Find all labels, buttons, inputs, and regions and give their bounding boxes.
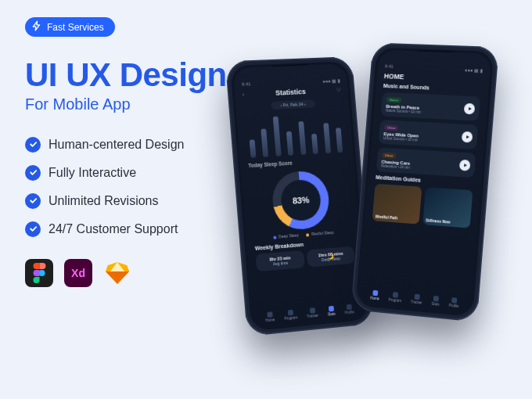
screen-title: HOME xyxy=(384,72,483,84)
heart-icon[interactable]: ♡ xyxy=(336,87,340,93)
play-icon[interactable] xyxy=(464,102,476,114)
bottom-nav: Home Program Tracker Stats Profile xyxy=(260,304,358,323)
summary-pill: 8hr 23 minAvg time xyxy=(255,250,304,271)
check-icon xyxy=(25,165,41,181)
screen-home: 9:41●●● ▦ ▮ HOME Music and Sounds Nature… xyxy=(358,50,491,315)
check-icon xyxy=(25,193,41,209)
phone-mockups: 9:41●●● ▦ ▮ ‹ Statistics ♡ ‹ Fri, Feb 24… xyxy=(235,44,509,372)
score-label: Today Sleep Score xyxy=(248,156,347,168)
nav-stats[interactable]: Stats xyxy=(431,296,440,307)
lightning-icon xyxy=(31,20,42,34)
feature-label: 24/7 Customer Support xyxy=(49,222,178,236)
nav-home[interactable]: Home xyxy=(370,290,379,301)
nav-stats[interactable]: Stats xyxy=(327,306,336,317)
meditation-tile[interactable]: Mindful Path xyxy=(372,184,422,225)
screen-statistics: 9:41●●● ▦ ▮ ‹ Statistics ♡ ‹ Fri, Feb 24… xyxy=(232,63,366,329)
fast-services-badge: Fast Services xyxy=(25,17,115,37)
status-bar: 9:41●●● ▦ ▮ xyxy=(385,64,483,74)
figma-icon xyxy=(25,259,53,287)
status-bar: 9:41●●● ▦ ▮ xyxy=(242,77,340,87)
check-icon xyxy=(25,137,41,153)
feature-label: Human-centered Design xyxy=(49,138,184,152)
nav-tracker[interactable]: Tracker xyxy=(411,293,423,304)
phone-home: 9:41●●● ▦ ▮ HOME Music and Sounds Nature… xyxy=(350,42,499,322)
meditation-tiles: Mindful Path Stillness Now xyxy=(372,184,473,228)
svg-point-0 xyxy=(39,270,45,276)
summary-pill: 1hrs 08 minsDeep sleep🌙 xyxy=(307,246,355,268)
play-icon[interactable] xyxy=(459,159,471,171)
nav-program[interactable]: Program xyxy=(388,292,402,303)
feature-label: Fully Interactive xyxy=(49,166,136,180)
badge-label: Fast Services xyxy=(47,22,104,33)
donut-chart: 83% xyxy=(271,170,331,232)
nav-profile[interactable]: Profile xyxy=(449,297,460,308)
phone-statistics: 9:41●●● ▦ ▮ ‹ Statistics ♡ ‹ Fri, Feb 24… xyxy=(225,56,374,336)
summary-pills: 8hr 23 minAvg time 1hrs 08 minsDeep slee… xyxy=(255,246,354,271)
promo-banner: Fast Services UI UX Design For Mobile Ap… xyxy=(0,0,532,399)
track-card[interactable]: NatureBreath in PeaceNature Sounds • 32 … xyxy=(381,92,480,121)
xd-icon: Xd xyxy=(64,259,92,287)
bar-chart xyxy=(244,110,346,158)
check-icon xyxy=(25,221,41,237)
nav-program[interactable]: Program xyxy=(284,309,298,321)
donut-value: 83% xyxy=(271,170,331,232)
play-icon[interactable] xyxy=(462,131,473,142)
back-icon[interactable]: ‹ xyxy=(243,92,245,97)
sketch-icon xyxy=(103,259,131,287)
section-music: Music and Sounds xyxy=(383,83,481,93)
feature-label: Unlimited Revisions xyxy=(49,194,159,208)
date-pill[interactable]: ‹ Fri, Feb 24 › xyxy=(271,99,315,110)
meditation-tile[interactable]: Stillness Now xyxy=(422,187,473,228)
nav-profile[interactable]: Profile xyxy=(344,304,354,315)
nav-home[interactable]: Home xyxy=(265,311,275,322)
track-card[interactable]: UrbanEyes Wide OpenUrban Sounds • 18 min xyxy=(379,120,478,149)
bottom-nav: Home Program Tracker Stats Profile xyxy=(365,289,464,309)
screen-title: Statistics xyxy=(275,88,306,97)
track-card[interactable]: UrbanChasing CarsRelaxation • 24 min xyxy=(376,148,476,178)
nav-tracker[interactable]: Tracker xyxy=(307,307,319,318)
moon-icon: 🌙 xyxy=(327,253,334,261)
